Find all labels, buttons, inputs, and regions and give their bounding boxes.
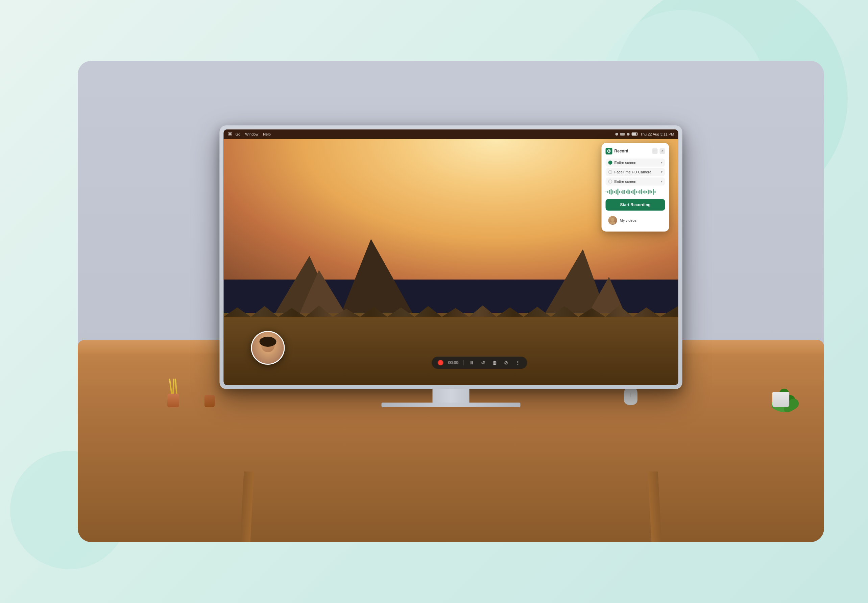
webcam-face [252, 332, 284, 364]
pencil-holder-2 [204, 395, 215, 407]
wave-bar [619, 191, 620, 193]
option-entire-screen-2[interactable]: Entire screen ▾ [606, 178, 665, 186]
wave-bar [628, 189, 629, 194]
wave-bar [635, 189, 635, 195]
status-icons [615, 133, 638, 136]
wave-bar [644, 190, 646, 194]
main-card: ⌘ Go Window Help [78, 61, 824, 542]
svg-point-2 [611, 218, 615, 221]
forest [224, 313, 678, 385]
panel-titlebar: Record − × [606, 148, 665, 155]
pencil-holder-1 [167, 394, 179, 407]
menubar-time: Thu 22 Aug 3:11 PM [640, 132, 674, 136]
menubar: ⌘ Go Window Help [224, 130, 678, 139]
wave-bar [650, 190, 651, 194]
wave-bar [629, 190, 630, 194]
wave-bar [648, 190, 649, 194]
wave-bar [643, 191, 644, 193]
option-dot-3 [609, 179, 612, 184]
camera-off-button[interactable]: ⊘ [503, 359, 510, 366]
wave-bar [641, 189, 642, 194]
my-videos-avatar [609, 216, 617, 225]
trash-button[interactable]: 🗑 [491, 359, 498, 366]
panel-close-button[interactable]: × [660, 148, 665, 154]
desk-leg-left [240, 472, 254, 542]
wave-bar [622, 190, 624, 194]
toolbar-divider-1 [463, 360, 463, 365]
wave-bar [618, 189, 619, 195]
panel-title-area: Record [606, 148, 629, 155]
menubar-window[interactable]: Window [245, 132, 258, 136]
wave-bar [611, 189, 612, 195]
more-options-button[interactable]: ⋮ [514, 359, 521, 366]
wave-bar [633, 190, 634, 194]
option-entire-screen[interactable]: Entire screen ▾ [606, 159, 665, 167]
panel-window-controls: − × [652, 148, 665, 154]
webcam-overlay [251, 331, 284, 365]
option-entire-screen-2-label: Entire screen [609, 179, 636, 184]
wave-bar [621, 191, 622, 193]
record-dot-icon [438, 360, 443, 365]
svg-point-3 [610, 221, 615, 224]
desk-leg-right [648, 472, 662, 542]
chevron-down-icon-3: ▾ [661, 179, 663, 183]
monitor-screen: ⌘ Go Window Help [224, 130, 678, 385]
my-videos-row[interactable]: My videos [606, 214, 665, 227]
wave-bar [638, 191, 639, 193]
start-recording-button[interactable]: Start Recording [606, 199, 665, 210]
refresh-button[interactable]: ↺ [480, 359, 487, 366]
desk-scene: ⌘ Go Window Help [78, 61, 824, 542]
option-facetime-label: FaceTime HD Camera [609, 170, 652, 174]
menubar-go[interactable]: Go [236, 132, 241, 136]
monitor-stand-base [381, 402, 520, 407]
cup-2 [204, 395, 215, 407]
option-facetime-camera[interactable]: FaceTime HD Camera ▾ [606, 168, 665, 176]
audio-waveform [606, 187, 665, 197]
my-videos-label: My videos [620, 218, 637, 223]
plant-pot [772, 392, 789, 407]
recording-toolbar: 00:00 ⏸ ↺ 🗑 ⊘ ⋮ [432, 357, 527, 369]
option-dot-2 [609, 170, 612, 174]
scene-wrapper: ⌘ Go Window Help [0, 0, 868, 603]
menubar-items: Go Window Help [236, 132, 616, 136]
record-panel: Record − × En [602, 143, 669, 232]
monitor-frame: ⌘ Go Window Help [220, 125, 683, 390]
apple-menu-icon[interactable]: ⌘ [228, 131, 232, 136]
panel-minimize-button[interactable]: − [652, 148, 658, 154]
wave-bar [636, 191, 637, 193]
chevron-down-icon-1: ▾ [661, 161, 663, 164]
menubar-help[interactable]: Help [263, 132, 271, 136]
wave-bar [609, 190, 610, 194]
battery-icon [632, 133, 638, 136]
wave-bar [646, 191, 647, 193]
wave-bar [606, 191, 607, 192]
plant [767, 367, 794, 407]
option-dot-selected [609, 161, 612, 165]
wave-bar [631, 191, 632, 193]
status-icon-1 [615, 133, 618, 136]
wave-bar [624, 190, 625, 194]
monitor-stand-neck [432, 389, 470, 402]
wave-bar [639, 190, 641, 194]
menubar-right: Thu 22 Aug 3:11 PM [615, 132, 674, 136]
wave-bar [626, 191, 627, 193]
wave-bar [614, 191, 615, 193]
monitor-container: ⌘ Go Window Help [220, 125, 683, 408]
wave-bar [655, 191, 656, 193]
wave-bar [651, 191, 652, 193]
wave-bar [653, 189, 654, 195]
status-icon-2 [620, 133, 625, 136]
chevron-down-icon-2: ▾ [661, 170, 663, 174]
wave-bar [607, 191, 609, 193]
cup-1 [167, 394, 179, 407]
option-entire-screen-label: Entire screen [609, 161, 636, 165]
wave-bar [616, 190, 617, 194]
recording-time: 00:00 [448, 360, 458, 365]
panel-logo [606, 148, 612, 155]
pause-button[interactable]: ⏸ [468, 359, 475, 366]
wave-bar [612, 190, 613, 194]
panel-title-text: Record [615, 149, 629, 153]
status-icon-3 [627, 133, 629, 136]
